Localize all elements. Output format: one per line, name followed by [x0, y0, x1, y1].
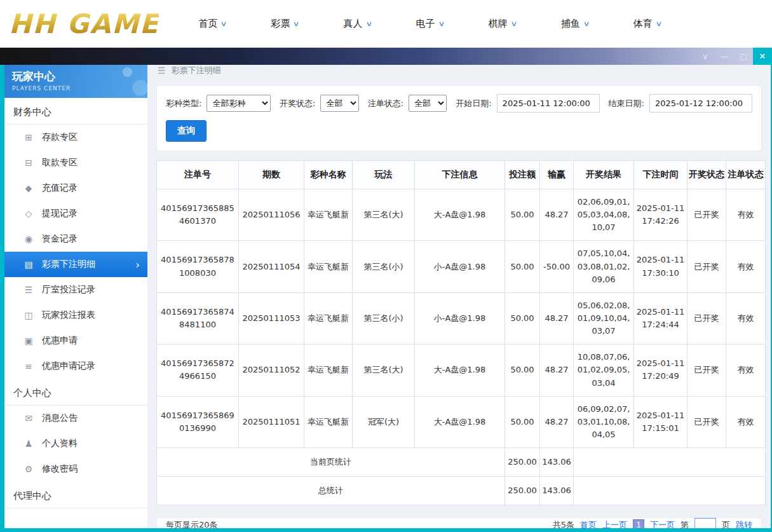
sidebar-item-funds-record[interactable]: ◉ 资金记录: [4, 226, 147, 252]
sidebar-item-deposit[interactable]: ⊞ 存款专区: [4, 125, 147, 150]
cell-play: 冠军(大): [353, 396, 415, 447]
start-date-input[interactable]: [497, 94, 600, 113]
cell-period: 20250111052: [239, 344, 304, 396]
cell-order-no: 401569173658854601370: [157, 189, 239, 241]
filter-row: 彩种类型: 全部彩种 开奖状态: 全部 注单状态: 全部 开始日期: 结束日期:: [166, 94, 752, 113]
cell-order-status: 有效: [726, 344, 766, 396]
per-page-label: 每页显示20条: [166, 519, 218, 528]
table-row: 401569173658724966150 20250111052 幸运飞艇新 …: [157, 344, 766, 396]
cell-play: 第三名(大): [353, 344, 415, 396]
main-content: ☰ 彩票下注明细 彩种类型: 全部彩种 开奖状态: 全部 注单状态: 全部 开始…: [147, 65, 771, 528]
sidebar-item-label: 取款专区: [42, 157, 78, 168]
profile-icon: ♟: [24, 439, 34, 449]
nav-item-live[interactable]: 真人 ∨: [344, 18, 372, 30]
col-draw-result: 开奖结果: [574, 161, 634, 189]
page-number-input[interactable]: [694, 518, 716, 528]
prev-page-link[interactable]: 上一页: [602, 519, 627, 528]
cell-period: 20250111054: [239, 241, 304, 292]
sidebar-item-withdraw[interactable]: ⊟ 取款专区: [4, 150, 147, 175]
cell-draw-result: 02,06,09,01,05,03,04,08,10,07: [574, 189, 634, 241]
sidebar-item-announcements[interactable]: ✉ 消息公告: [4, 406, 147, 431]
table-header-row: 注单号 期数 彩种名称 玩法 下注信息 投注额 输赢 开奖结果 下注时间 开奖状…: [157, 161, 766, 189]
summary-bet-total: 250.00: [505, 448, 540, 477]
sidebar-item-lottery-bet-detail[interactable]: ▤ 彩票下注明细 ›: [4, 252, 147, 277]
cell-play: 第三名(小): [353, 292, 415, 344]
sidebar-title: 玩家中心: [12, 69, 140, 84]
sidebar-item-player-bet-report[interactable]: ◫ 玩家投注报表: [4, 303, 147, 328]
cell-bet-amount: 50.00: [505, 396, 540, 447]
cell-bet-info: 大-A盘@1.98: [415, 189, 505, 241]
nav-item-cards[interactable]: 棋牌 ∨: [489, 18, 517, 30]
cell-bet-info: 大-A盘@1.98: [415, 396, 505, 447]
cell-bet-amount: 50.00: [505, 189, 540, 241]
window-titlebar: ∨ — □ ✕: [0, 48, 772, 65]
search-button[interactable]: 查询: [166, 120, 207, 142]
bet-table: 注单号 期数 彩种名称 玩法 下注信息 投注额 输赢 开奖结果 下注时间 开奖状…: [156, 160, 766, 505]
table-row: 401569173658781008030 20250111054 幸运飞艇新 …: [157, 241, 766, 292]
draw-status-select[interactable]: 全部: [320, 95, 358, 112]
chevron-down-icon: ∨: [365, 20, 372, 28]
cell-bet-time: 2025-01-11 17:42:26: [634, 189, 687, 241]
nav-item-fishing[interactable]: 捕鱼 ∨: [561, 18, 589, 30]
sidebar-item-change-password[interactable]: ⚙ 修改密码: [4, 456, 147, 482]
window-minimize-button[interactable]: —: [715, 48, 734, 65]
sidebar-item-profile[interactable]: ♟ 个人资料: [4, 431, 147, 456]
window-maximize-button[interactable]: □: [734, 48, 753, 65]
cell-order-no: 401569173658690136990: [157, 396, 239, 447]
window-close-button[interactable]: ✕: [753, 48, 772, 65]
sidebar-item-label: 个人资料: [42, 438, 78, 449]
cell-period: 20250111056: [239, 189, 304, 241]
pagination-controls: 共5条 首页 上一页 1 下一页 第 页 跳转: [553, 518, 752, 528]
sidebar-item-promo-apply-record[interactable]: ≡ 优惠申请记录: [4, 353, 147, 379]
start-date-label: 开始日期:: [456, 98, 491, 109]
first-page-link[interactable]: 首页: [580, 519, 597, 528]
sidebar-item-label: 充值记录: [42, 182, 78, 194]
total-count-label: 共5条: [553, 519, 574, 528]
col-order-no: 注单号: [157, 161, 239, 189]
nav-item-sports[interactable]: 体育 ∨: [633, 18, 661, 30]
cell-win-loss: -50.00: [540, 241, 574, 292]
col-draw-status: 开奖状态: [687, 161, 726, 189]
sidebar-subtitle: PLAYERS CENTER: [12, 85, 140, 92]
sidebar-item-label: 存款专区: [42, 132, 78, 143]
site-header: HH GAME 首页 ∨ 彩票 ∨ 真人 ∨ 电子 ∨ 棋牌 ∨ 捕鱼 ∨ 体育…: [0, 0, 772, 48]
summary-empty: [574, 448, 766, 477]
window-collapse-button[interactable]: ∨: [696, 48, 715, 65]
current-page-badge[interactable]: 1: [633, 519, 644, 528]
recharge-record-icon: ◆: [24, 183, 34, 193]
sidebar-item-withdrawal-record[interactable]: ◇ 提现记录: [4, 201, 147, 226]
sidebar-item-promo-apply[interactable]: ▣ 优惠申请: [4, 328, 147, 353]
cell-draw-result: 07,05,10,04,03,08,01,02,09,06: [574, 241, 634, 292]
next-page-link[interactable]: 下一页: [650, 519, 675, 528]
cell-bet-amount: 50.00: [505, 344, 540, 396]
announcement-icon: ✉: [24, 413, 34, 423]
cell-draw-status: 已开奖: [687, 344, 726, 396]
chevron-down-icon: ∨: [293, 20, 300, 28]
cell-draw-status: 已开奖: [687, 189, 726, 241]
order-status-select[interactable]: 全部: [409, 95, 447, 112]
chevron-down-icon: ∨: [438, 20, 445, 28]
sidebar-section-agent: 代理中心: [4, 482, 147, 508]
nav-item-home[interactable]: 首页 ∨: [198, 18, 226, 30]
sidebar-item-label: 玩家投注报表: [42, 310, 95, 321]
filter-panel: 彩种类型: 全部彩种 开奖状态: 全部 注单状态: 全部 开始日期: 结束日期:…: [156, 85, 762, 151]
menu-icon[interactable]: ☰: [158, 65, 166, 76]
col-period: 期数: [239, 161, 304, 189]
sidebar-item-hall-bet-record[interactable]: ☰ 厅室投注记录: [4, 277, 147, 303]
player-bet-report-icon: ◫: [24, 310, 34, 320]
nav-item-slots[interactable]: 电子 ∨: [416, 18, 444, 30]
jump-button[interactable]: 跳转: [736, 519, 752, 528]
col-order-status: 注单状态: [726, 161, 766, 189]
cell-bet-info: 小-A盘@1.98: [415, 241, 505, 292]
chevron-down-icon: ∨: [583, 20, 590, 28]
chevron-down-icon: ∨: [220, 20, 227, 28]
promo-apply-record-icon: ≡: [24, 361, 34, 371]
cell-bet-info: 大-A盘@1.98: [415, 344, 505, 396]
main-nav: 首页 ∨ 彩票 ∨ 真人 ∨ 电子 ∨ 棋牌 ∨ 捕鱼 ∨ 体育 ∨: [198, 18, 661, 30]
end-date-input[interactable]: [649, 94, 752, 113]
sidebar-item-recharge-record[interactable]: ◆ 充值记录: [4, 175, 147, 201]
cell-draw-result: 10,08,07,06,01,02,09,05,03,04: [574, 344, 634, 396]
nav-item-lottery[interactable]: 彩票 ∨: [271, 18, 299, 30]
lottery-type-select[interactable]: 全部彩种: [207, 95, 271, 112]
cell-lottery-name: 幸运飞艇新: [304, 344, 353, 396]
